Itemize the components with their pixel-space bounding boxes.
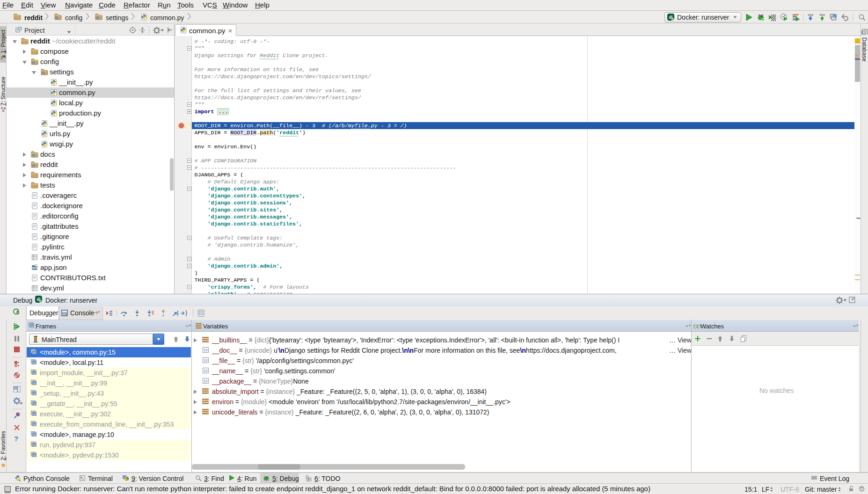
svg-text:JSON: JSON [31,267,38,269]
svg-text:s: s [33,351,35,354]
svg-text:s: s [33,433,35,436]
svg-text:s: s [33,392,35,395]
svg-text:s: s [33,423,35,426]
svg-text:10: 10 [204,379,208,383]
svg-text:10: 10 [204,369,208,372]
svg-text:s: s [33,361,35,364]
svg-text:s: s [31,324,33,327]
svg-text:s: s [33,402,35,406]
svg-text:10: 10 [204,359,208,362]
svg-text:s: s [33,371,35,375]
svg-text:s: s [33,382,35,385]
svg-text:s: s [33,443,35,447]
svg-text:s: s [33,454,35,457]
svg-text:10: 10 [204,349,208,352]
svg-text:s: s [33,413,35,416]
